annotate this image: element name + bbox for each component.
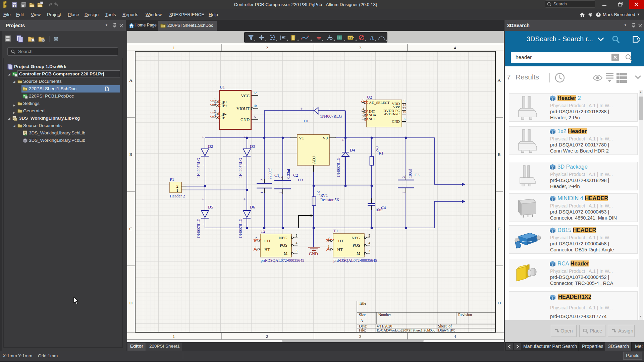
svg-text:D6: D6 [250,205,255,209]
svg-text:D: D [497,300,501,305]
svg-text:D3: D3 [250,144,255,149]
svg-text:VIOUT: VIOUT [236,106,250,111]
svg-text:+: + [202,135,204,140]
svg-text:2: 2 [266,45,268,50]
svg-text:POS: POS [280,243,287,248]
svg-text:AD_SELECT: AD_SELECT [369,101,390,105]
svg-text:5: 5 [363,98,364,102]
svg-text:10: 10 [253,104,257,108]
svg-text:Revision: Revision [458,313,472,317]
svg-text:C4: C4 [381,205,386,210]
svg-text:GND: GND [392,119,400,123]
svg-text:4: 4 [214,114,216,117]
svg-text:2: 2 [255,236,257,240]
svg-text:ADJ: ADJ [312,156,316,164]
svg-text:12: 12 [403,106,406,110]
svg-text:4: 4 [369,241,370,245]
svg-text:GND: GND [240,117,250,122]
svg-text:6: 6 [404,117,406,121]
svg-text:3: 3 [359,334,362,339]
svg-text:NEG: NEG [352,236,360,240]
svg-text:D1: D1 [348,37,352,40]
svg-text:-: - [329,106,330,111]
svg-text:C: C [129,226,132,231]
svg-text:2: 2 [279,177,282,178]
svg-text:File:: File: [359,328,366,332]
svg-text:9: 9 [404,99,406,103]
svg-text:Drawn By:: Drawn By: [438,328,455,333]
svg-text:1N4007RLG: 1N4007RLG [238,158,243,178]
svg-text:P1: P1 [170,177,174,182]
svg-text:A: A [360,318,363,323]
svg-text:R1: R1 [379,151,384,156]
svg-text:B: B [129,152,132,157]
svg-text:1: 1 [255,245,257,249]
svg-text:AVDD-PC: AVDD-PC [384,112,400,116]
svg-text:3: 3 [359,45,362,50]
svg-text:Title: Title [359,301,366,305]
svg-text:U3: U3 [298,178,303,182]
svg-text:+: + [244,135,246,140]
svg-text:-HT: -HT [336,247,343,252]
svg-text:2200uf: 2200uf [268,168,272,179]
svg-text:IP+: IP+ [221,104,227,108]
svg-text:SCL: SCL [369,117,376,121]
svg-text:-: - [244,162,246,167]
svg-text:M: M [284,251,287,256]
svg-text:4: 4 [454,45,456,50]
svg-text:Header 2: Header 2 [170,194,185,198]
svg-text:+: + [243,197,246,202]
svg-text:10: 10 [403,110,406,114]
svg-text:2: 2 [363,115,364,119]
svg-text:GND: GND [309,251,318,256]
svg-text:VCC: VCC [241,94,250,98]
svg-text:1N4007RLG: 1N4007RLG [197,158,201,178]
svg-text:D2: D2 [208,144,213,149]
svg-text:+HT: +HT [263,239,271,243]
svg-text:1: 1 [402,192,406,194]
svg-text:-: - [203,221,204,226]
svg-text:3: 3 [296,249,298,253]
svg-text:V0: V0 [323,136,328,140]
svg-text:RV1: RV1 [320,193,328,198]
svg-text:1: 1 [173,45,175,50]
svg-text:2: 2 [402,176,406,178]
svg-text:A: A [497,78,501,83]
svg-text:1N4007RLG: 1N4007RLG [320,114,342,119]
svg-text:1: 1 [176,188,178,193]
svg-text:D5: D5 [208,205,213,209]
svg-text:-: - [342,165,344,170]
svg-text:1N4007RLG: 1N4007RLG [197,219,201,239]
svg-text:-: - [203,162,204,167]
svg-text:1: 1 [173,334,175,339]
svg-text:T1: T1 [333,229,338,233]
svg-text:+: + [300,106,303,111]
svg-text:5: 5 [369,234,370,237]
svg-text:C: C [497,226,500,231]
svg-text:+: + [341,138,344,143]
svg-text:U2: U2 [367,95,372,100]
svg-text:Date:: Date: [359,324,367,328]
svg-text:4: 4 [454,334,456,339]
svg-text:0.33uf: 0.33uf [286,169,290,179]
svg-text:5K: 5K [316,190,320,195]
svg-text:IP-: IP- [221,116,226,120]
svg-text:A: A [129,78,132,83]
svg-text:-HT: -HT [263,247,270,252]
svg-text:M: M [357,251,360,256]
svg-text:1: 1 [214,98,216,101]
svg-text:Sheet of: Sheet of [438,324,452,328]
svg-text:13: 13 [403,103,406,107]
svg-text:3: 3 [363,111,364,115]
svg-text:B: B [497,152,500,157]
svg-text:prd-DSQAL072-00035645: prd-DSQAL072-00035645 [261,258,304,263]
svg-text:D4: D4 [350,148,355,153]
svg-text:INT: INT [369,109,375,113]
svg-text:3: 3 [369,249,370,253]
svg-text:A: A [370,35,374,41]
svg-text:C2: C2 [293,173,298,178]
svg-text:+: + [202,197,204,202]
svg-text:NEG: NEG [279,236,287,240]
svg-text:4: 4 [296,241,298,245]
svg-text:E:\CADWork\..\220PSI Sheet1.Sc: E:\CADWork\..\220PSI Sheet1.SchDoc [377,328,435,332]
